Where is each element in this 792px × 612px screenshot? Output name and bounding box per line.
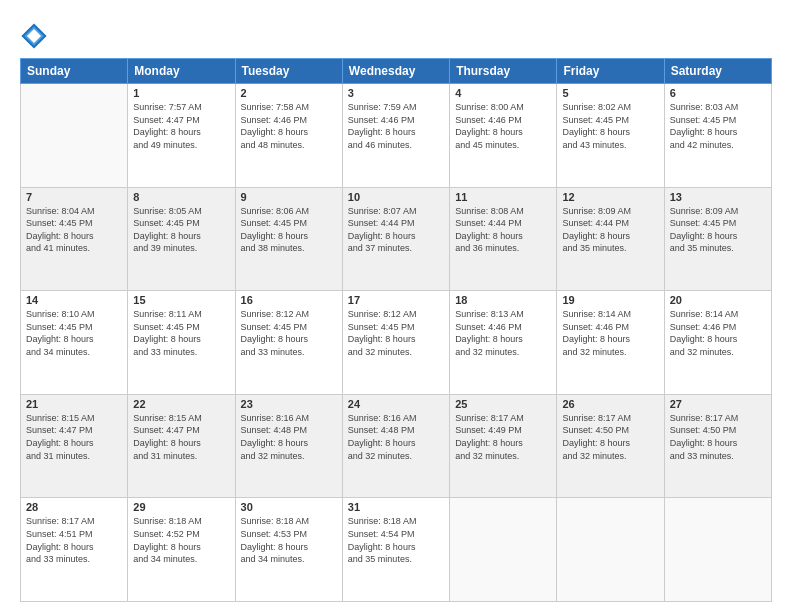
calendar-header: SundayMondayTuesdayWednesdayThursdayFrid… <box>21 59 772 84</box>
calendar-row-3: 14Sunrise: 8:10 AMSunset: 4:45 PMDayligh… <box>21 291 772 395</box>
day-number: 23 <box>241 398 337 410</box>
day-info: Sunrise: 8:17 AMSunset: 4:50 PMDaylight:… <box>670 412 766 462</box>
calendar-row-2: 7Sunrise: 8:04 AMSunset: 4:45 PMDaylight… <box>21 187 772 291</box>
calendar-cell: 6Sunrise: 8:03 AMSunset: 4:45 PMDaylight… <box>664 84 771 188</box>
logo <box>20 22 51 50</box>
day-info: Sunrise: 7:59 AMSunset: 4:46 PMDaylight:… <box>348 101 444 151</box>
day-info: Sunrise: 7:58 AMSunset: 4:46 PMDaylight:… <box>241 101 337 151</box>
day-number: 16 <box>241 294 337 306</box>
day-info: Sunrise: 8:14 AMSunset: 4:46 PMDaylight:… <box>670 308 766 358</box>
calendar-cell: 10Sunrise: 8:07 AMSunset: 4:44 PMDayligh… <box>342 187 449 291</box>
calendar-cell: 14Sunrise: 8:10 AMSunset: 4:45 PMDayligh… <box>21 291 128 395</box>
calendar-cell: 16Sunrise: 8:12 AMSunset: 4:45 PMDayligh… <box>235 291 342 395</box>
calendar-body: 1Sunrise: 7:57 AMSunset: 4:47 PMDaylight… <box>21 84 772 602</box>
day-number: 1 <box>133 87 229 99</box>
calendar-cell <box>450 498 557 602</box>
day-number: 28 <box>26 501 122 513</box>
weekday-tuesday: Tuesday <box>235 59 342 84</box>
calendar-cell: 11Sunrise: 8:08 AMSunset: 4:44 PMDayligh… <box>450 187 557 291</box>
day-number: 24 <box>348 398 444 410</box>
day-info: Sunrise: 8:18 AMSunset: 4:53 PMDaylight:… <box>241 515 337 565</box>
day-number: 21 <box>26 398 122 410</box>
day-info: Sunrise: 8:11 AMSunset: 4:45 PMDaylight:… <box>133 308 229 358</box>
calendar-cell: 27Sunrise: 8:17 AMSunset: 4:50 PMDayligh… <box>664 394 771 498</box>
calendar-cell: 26Sunrise: 8:17 AMSunset: 4:50 PMDayligh… <box>557 394 664 498</box>
day-number: 13 <box>670 191 766 203</box>
calendar-cell: 7Sunrise: 8:04 AMSunset: 4:45 PMDaylight… <box>21 187 128 291</box>
calendar-cell: 17Sunrise: 8:12 AMSunset: 4:45 PMDayligh… <box>342 291 449 395</box>
day-number: 7 <box>26 191 122 203</box>
calendar-cell: 28Sunrise: 8:17 AMSunset: 4:51 PMDayligh… <box>21 498 128 602</box>
day-info: Sunrise: 8:16 AMSunset: 4:48 PMDaylight:… <box>241 412 337 462</box>
day-info: Sunrise: 8:04 AMSunset: 4:45 PMDaylight:… <box>26 205 122 255</box>
day-number: 11 <box>455 191 551 203</box>
calendar-cell <box>664 498 771 602</box>
header <box>20 18 772 50</box>
calendar-cell: 9Sunrise: 8:06 AMSunset: 4:45 PMDaylight… <box>235 187 342 291</box>
day-info: Sunrise: 8:00 AMSunset: 4:46 PMDaylight:… <box>455 101 551 151</box>
day-info: Sunrise: 8:08 AMSunset: 4:44 PMDaylight:… <box>455 205 551 255</box>
day-number: 18 <box>455 294 551 306</box>
calendar-cell: 3Sunrise: 7:59 AMSunset: 4:46 PMDaylight… <box>342 84 449 188</box>
day-info: Sunrise: 8:02 AMSunset: 4:45 PMDaylight:… <box>562 101 658 151</box>
day-number: 29 <box>133 501 229 513</box>
day-number: 31 <box>348 501 444 513</box>
calendar-cell: 30Sunrise: 8:18 AMSunset: 4:53 PMDayligh… <box>235 498 342 602</box>
calendar-cell: 4Sunrise: 8:00 AMSunset: 4:46 PMDaylight… <box>450 84 557 188</box>
weekday-friday: Friday <box>557 59 664 84</box>
day-info: Sunrise: 8:17 AMSunset: 4:50 PMDaylight:… <box>562 412 658 462</box>
weekday-wednesday: Wednesday <box>342 59 449 84</box>
calendar-cell: 18Sunrise: 8:13 AMSunset: 4:46 PMDayligh… <box>450 291 557 395</box>
day-info: Sunrise: 8:09 AMSunset: 4:44 PMDaylight:… <box>562 205 658 255</box>
day-number: 25 <box>455 398 551 410</box>
day-number: 19 <box>562 294 658 306</box>
day-info: Sunrise: 8:18 AMSunset: 4:54 PMDaylight:… <box>348 515 444 565</box>
day-number: 30 <box>241 501 337 513</box>
day-number: 4 <box>455 87 551 99</box>
calendar-cell: 22Sunrise: 8:15 AMSunset: 4:47 PMDayligh… <box>128 394 235 498</box>
calendar-cell: 12Sunrise: 8:09 AMSunset: 4:44 PMDayligh… <box>557 187 664 291</box>
calendar-cell: 29Sunrise: 8:18 AMSunset: 4:52 PMDayligh… <box>128 498 235 602</box>
day-number: 3 <box>348 87 444 99</box>
calendar-cell <box>21 84 128 188</box>
day-info: Sunrise: 8:05 AMSunset: 4:45 PMDaylight:… <box>133 205 229 255</box>
day-number: 14 <box>26 294 122 306</box>
calendar-cell <box>557 498 664 602</box>
day-info: Sunrise: 8:16 AMSunset: 4:48 PMDaylight:… <box>348 412 444 462</box>
calendar-table: SundayMondayTuesdayWednesdayThursdayFrid… <box>20 58 772 602</box>
day-info: Sunrise: 8:10 AMSunset: 4:45 PMDaylight:… <box>26 308 122 358</box>
weekday-thursday: Thursday <box>450 59 557 84</box>
calendar-cell: 23Sunrise: 8:16 AMSunset: 4:48 PMDayligh… <box>235 394 342 498</box>
calendar-row-5: 28Sunrise: 8:17 AMSunset: 4:51 PMDayligh… <box>21 498 772 602</box>
day-number: 8 <box>133 191 229 203</box>
day-info: Sunrise: 8:15 AMSunset: 4:47 PMDaylight:… <box>133 412 229 462</box>
day-info: Sunrise: 7:57 AMSunset: 4:47 PMDaylight:… <box>133 101 229 151</box>
day-number: 10 <box>348 191 444 203</box>
calendar-cell: 1Sunrise: 7:57 AMSunset: 4:47 PMDaylight… <box>128 84 235 188</box>
day-info: Sunrise: 8:14 AMSunset: 4:46 PMDaylight:… <box>562 308 658 358</box>
day-info: Sunrise: 8:07 AMSunset: 4:44 PMDaylight:… <box>348 205 444 255</box>
calendar-cell: 2Sunrise: 7:58 AMSunset: 4:46 PMDaylight… <box>235 84 342 188</box>
day-info: Sunrise: 8:17 AMSunset: 4:51 PMDaylight:… <box>26 515 122 565</box>
day-number: 15 <box>133 294 229 306</box>
calendar-cell: 19Sunrise: 8:14 AMSunset: 4:46 PMDayligh… <box>557 291 664 395</box>
day-info: Sunrise: 8:06 AMSunset: 4:45 PMDaylight:… <box>241 205 337 255</box>
weekday-saturday: Saturday <box>664 59 771 84</box>
day-number: 20 <box>670 294 766 306</box>
calendar-cell: 13Sunrise: 8:09 AMSunset: 4:45 PMDayligh… <box>664 187 771 291</box>
day-number: 2 <box>241 87 337 99</box>
calendar-cell: 24Sunrise: 8:16 AMSunset: 4:48 PMDayligh… <box>342 394 449 498</box>
day-number: 22 <box>133 398 229 410</box>
day-number: 12 <box>562 191 658 203</box>
day-number: 9 <box>241 191 337 203</box>
weekday-sunday: Sunday <box>21 59 128 84</box>
day-info: Sunrise: 8:18 AMSunset: 4:52 PMDaylight:… <box>133 515 229 565</box>
day-info: Sunrise: 8:15 AMSunset: 4:47 PMDaylight:… <box>26 412 122 462</box>
calendar-cell: 25Sunrise: 8:17 AMSunset: 4:49 PMDayligh… <box>450 394 557 498</box>
calendar-row-1: 1Sunrise: 7:57 AMSunset: 4:47 PMDaylight… <box>21 84 772 188</box>
logo-icon <box>20 22 48 50</box>
day-info: Sunrise: 8:17 AMSunset: 4:49 PMDaylight:… <box>455 412 551 462</box>
calendar-cell: 8Sunrise: 8:05 AMSunset: 4:45 PMDaylight… <box>128 187 235 291</box>
page: SundayMondayTuesdayWednesdayThursdayFrid… <box>0 0 792 612</box>
day-info: Sunrise: 8:13 AMSunset: 4:46 PMDaylight:… <box>455 308 551 358</box>
